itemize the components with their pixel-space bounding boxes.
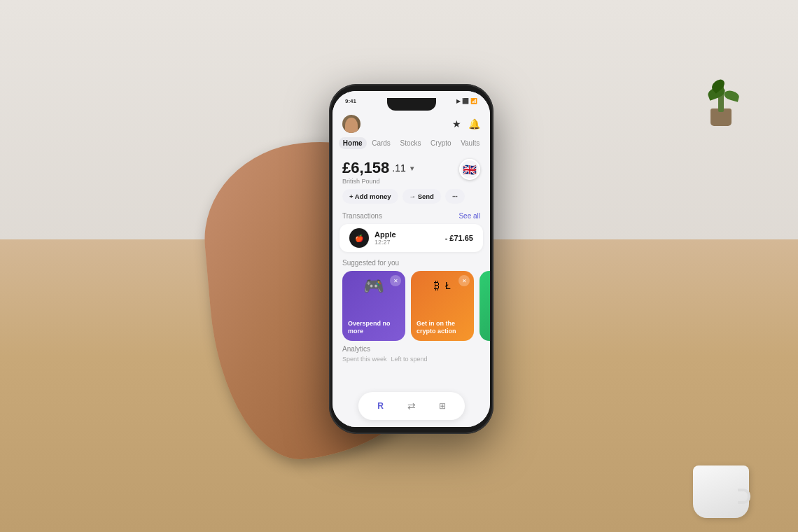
bottom-nav-transfer[interactable]: ⇄	[403, 398, 420, 414]
balance-amount[interactable]: £6,158.11 ▾	[342, 159, 414, 177]
bottom-nav-apps[interactable]: ⊞	[434, 398, 451, 414]
bottom-nav-home[interactable]: R	[372, 398, 389, 414]
tab-vaults[interactable]: Vaults	[456, 137, 484, 149]
transaction-icon: 🍎	[349, 228, 369, 248]
screen-content: 9:41 ▶ ⬛ 📶 ★ 🔔	[332, 91, 490, 427]
phone-screen: 9:41 ▶ ⬛ 📶 ★ 🔔	[332, 91, 490, 427]
more-button[interactable]: ···	[445, 189, 465, 204]
bell-icon[interactable]: 🔔	[468, 118, 480, 130]
nav-tabs: Home Cards Stocks Crypto Vaults	[332, 136, 490, 153]
transactions-header: Transactions See all	[332, 209, 490, 224]
tab-stocks[interactable]: Stocks	[396, 137, 425, 149]
transaction-time: 12:27	[374, 239, 445, 246]
spent-this-week-label: Spent this week	[342, 356, 387, 363]
header-icons: ★ 🔔	[452, 118, 480, 130]
transaction-details: Apple 12:27	[374, 230, 445, 246]
balance-main: £6,158	[342, 159, 389, 177]
transactions-title: Transactions	[342, 212, 382, 220]
bottom-nav: R ⇄ ⊞	[332, 392, 490, 420]
coffee-cup	[686, 455, 756, 518]
suggested-header: Suggested for you	[332, 256, 490, 271]
status-time: 9:41	[345, 98, 356, 104]
apple-icon: 🍎	[355, 234, 363, 242]
star-icon[interactable]: ★	[452, 118, 461, 130]
tab-crypto[interactable]: Crypto	[426, 137, 455, 149]
currency-flag[interactable]: 🇬🇧	[459, 159, 480, 180]
phone-device: 9:41 ▶ ⬛ 📶 ★ 🔔	[329, 84, 493, 434]
transaction-row[interactable]: 🍎 Apple 12:27 - £71.65	[340, 224, 483, 252]
app-header: ★ 🔔	[332, 111, 490, 136]
transaction-amount: - £71.65	[445, 234, 473, 242]
tab-cards[interactable]: Cards	[368, 137, 395, 149]
card-illustration-orange: ₿ Ł	[434, 276, 450, 293]
transaction-name: Apple	[374, 230, 445, 239]
currency-label: British Pound	[342, 178, 414, 185]
suggested-card-overspend[interactable]: ✕ 🎮 Overspend no more	[342, 271, 405, 341]
left-to-spend-label: Left to spend	[391, 356, 428, 363]
balance-cents: .11	[392, 162, 405, 174]
see-all-link[interactable]: See all	[458, 212, 480, 220]
card-label-crypto: Get in on the crypto action	[416, 320, 468, 335]
apps-nav-icon: ⊞	[439, 401, 446, 411]
suggested-title: Suggested for you	[342, 259, 399, 267]
status-icons: ▶ ⬛ 📶	[456, 98, 477, 104]
balance-section: £6,158.11 ▾ British Pound 🇬🇧	[332, 153, 490, 189]
card-illustration-purple: 🎮	[363, 276, 384, 296]
plant-decoration	[700, 42, 742, 126]
bottom-nav-pill: R ⇄ ⊞	[358, 392, 465, 420]
card-close-btn[interactable]: ✕	[390, 275, 401, 286]
send-button[interactable]: → Send	[402, 189, 441, 204]
scene: 9:41 ▶ ⬛ 📶 ★ 🔔	[0, 0, 798, 532]
tab-home[interactable]: Home	[339, 137, 367, 149]
suggested-card-crypto[interactable]: ✕ ₿ Ł Get in on the crypto action	[411, 271, 474, 341]
card-label-overspend: Overspend no more	[348, 320, 400, 335]
balance-chevron[interactable]: ▾	[410, 164, 414, 172]
action-buttons: + Add money → Send ···	[332, 189, 490, 209]
home-nav-icon: R	[377, 401, 384, 411]
card-close-btn-2[interactable]: ✕	[458, 275, 470, 286]
analytics-section: Analytics Spent this week Left to spend	[332, 341, 490, 391]
analytics-title: Analytics	[342, 345, 480, 353]
avatar[interactable]	[342, 115, 360, 133]
hand-phone-container: 9:41 ▶ ⬛ 📶 ★ 🔔	[224, 56, 574, 476]
suggested-cards: ✕ 🎮 Overspend no more ✕ ₿ Ł Get in on th…	[332, 271, 490, 341]
suggested-card-green-hint[interactable]	[479, 271, 490, 341]
notch	[387, 98, 436, 111]
transfer-nav-icon: ⇄	[407, 400, 416, 412]
balance-left: £6,158.11 ▾ British Pound	[342, 159, 414, 185]
analytics-row: Spent this week Left to spend	[342, 356, 480, 363]
add-money-button[interactable]: + Add money	[342, 189, 398, 204]
